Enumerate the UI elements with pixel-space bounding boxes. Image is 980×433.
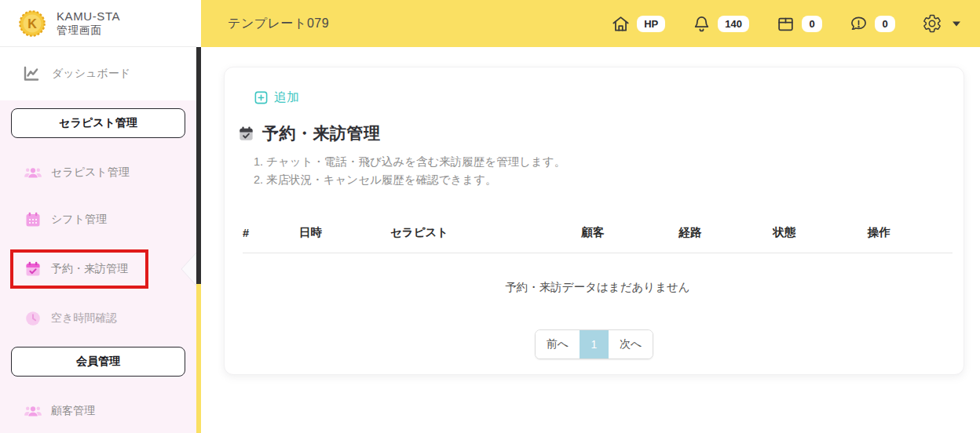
column-header-datetime: 日時	[293, 225, 384, 240]
table-empty-state: 予約・来訪データはまだありません	[243, 280, 953, 295]
logo-subtitle: 管理画面	[57, 24, 120, 38]
column-header-actions: 操作	[830, 225, 927, 240]
notifications-button[interactable]: 140	[692, 14, 749, 34]
sidebar-item-shift-management[interactable]: シフト管理	[0, 202, 196, 237]
messages-count-badge: 0	[875, 16, 895, 32]
sidebar-edge-dark-strip	[196, 47, 201, 284]
logo-text: KAMU-STA 管理画面	[57, 9, 120, 38]
description-line: 2. 来店状況・キャンセル履歴を確認できます。	[254, 171, 964, 189]
people-icon	[24, 163, 42, 182]
logo-block[interactable]: K KAMU-STA 管理画面	[0, 0, 196, 47]
kamu-sta-logo: K	[17, 9, 47, 38]
sidebar-item-dashboard[interactable]: ダッシュボード	[0, 47, 196, 100]
home-link[interactable]: HP	[611, 14, 665, 34]
hp-badge: HP	[637, 16, 665, 32]
sidebar-section-therapist[interactable]: セラピスト管理	[11, 108, 185, 138]
page-descriptions: 1. チャット・電話・飛び込みを含む来訪履歴を管理します。 2. 来店状況・キャ…	[254, 153, 964, 189]
topbar: テンプレート079 HP 140	[201, 0, 980, 47]
settings-menu-button[interactable]	[922, 13, 961, 34]
square-plus-icon	[254, 90, 269, 105]
sidebar-edge-yellow-strip	[196, 284, 201, 433]
sidebar-item-therapist-management[interactable]: セラピスト管理	[0, 155, 196, 190]
pagination-next-button[interactable]: 次へ	[609, 330, 653, 358]
calendar-icon	[24, 210, 42, 229]
sidebar-item-reservation-management[interactable]: 予約・来訪管理	[13, 253, 145, 286]
gear-icon	[922, 13, 942, 34]
sidebar: K KAMU-STA 管理画面 ダッシュボード セラピスト管理	[0, 0, 196, 433]
page-header: 予約・来訪管理	[237, 122, 964, 144]
package-icon	[776, 14, 795, 34]
template-title: テンプレート079	[228, 16, 329, 32]
column-header-therapist: セラピスト	[384, 225, 544, 240]
orders-button[interactable]: 0	[776, 14, 822, 34]
sidebar-item-customer-management[interactable]: 顧客管理	[0, 394, 196, 428]
orders-count-badge: 0	[802, 16, 822, 32]
people-icon	[24, 402, 42, 420]
pagination: 前へ 1 次へ	[535, 329, 654, 359]
calendar-check-dark-icon	[237, 125, 255, 143]
sidebar-item-label: 予約・来訪管理	[51, 262, 128, 276]
page-title: 予約・来訪管理	[262, 122, 381, 144]
chat-alert-icon	[849, 14, 868, 34]
sidebar-item-label: 顧客管理	[51, 404, 95, 418]
clock-icon	[24, 309, 42, 328]
sidebar-section-members[interactable]: 会員管理	[11, 347, 185, 377]
content-card: 追加 予約・来訪管理 1. チャット・電話・飛び込みを含む来訪履歴を管理します。…	[224, 67, 964, 375]
sidebar-item-label: セラピスト管理	[51, 166, 130, 180]
caret-down-icon	[952, 20, 961, 27]
bell-icon	[692, 14, 711, 34]
sidebar-item-label: ダッシュボード	[52, 67, 130, 81]
table-header-row: # 日時 セラピスト 顧客 経路 状態 操作	[243, 211, 953, 253]
sidebar-item-availability-check[interactable]: 空き時間確認	[0, 301, 196, 336]
section-label: 会員管理	[76, 355, 120, 369]
column-header-customer: 顧客	[544, 225, 642, 240]
svg-text:K: K	[27, 16, 37, 31]
add-button[interactable]: 追加	[254, 89, 299, 106]
column-header-route: 経路	[642, 225, 739, 240]
calendar-check-icon	[24, 260, 42, 278]
pagination-prev-button[interactable]: 前へ	[536, 330, 580, 358]
highlight-red-box: 予約・来訪管理	[10, 249, 148, 289]
notifications-count-badge: 140	[718, 16, 749, 32]
pagination-current-page[interactable]: 1	[580, 330, 609, 358]
column-header-status: 状態	[739, 225, 830, 240]
section-label: セラピスト管理	[59, 116, 137, 130]
sidebar-item-label: シフト管理	[51, 213, 107, 227]
home-icon	[611, 14, 631, 34]
reservations-table: # 日時 セラピスト 顧客 経路 状態 操作 予約・来訪データはまだありません	[243, 211, 953, 295]
description-line: 1. チャット・電話・飛び込みを含む来訪履歴を管理します。	[254, 153, 964, 171]
line-chart-icon	[22, 64, 41, 83]
column-header-index: #	[243, 227, 293, 239]
sidebar-item-label: 空き時間確認	[51, 311, 117, 326]
logo-title: KAMU-STA	[57, 9, 120, 24]
sidebar-collapse-chevron-icon[interactable]	[180, 252, 196, 286]
messages-button[interactable]: 0	[849, 14, 895, 34]
add-button-label: 追加	[274, 89, 299, 106]
